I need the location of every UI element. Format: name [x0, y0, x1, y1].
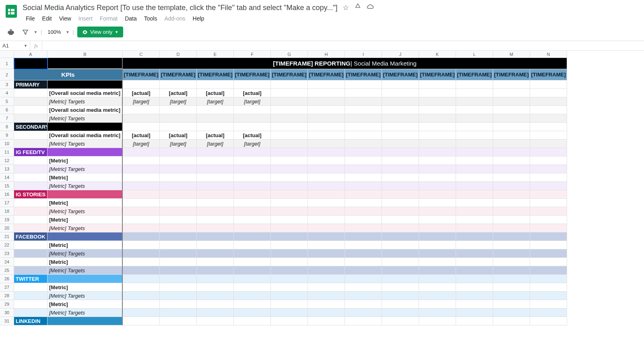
cell-F29[interactable] [234, 300, 271, 309]
cell-H15[interactable] [308, 182, 345, 190]
cell-I4[interactable] [345, 89, 382, 97]
cell-C22[interactable] [123, 241, 160, 249]
cell-G24[interactable] [271, 258, 308, 266]
cell-E13[interactable] [197, 165, 234, 173]
cell-I19[interactable] [345, 216, 382, 224]
cell-A28[interactable] [14, 292, 47, 300]
cell-E21[interactable] [197, 232, 234, 241]
cell-A5[interactable] [14, 97, 47, 106]
cell-G13[interactable] [271, 165, 308, 173]
section-secondary[interactable]: SECONDARY [14, 123, 47, 131]
cell-H12[interactable] [308, 156, 345, 165]
row-header-7[interactable]: 7 [0, 114, 14, 123]
cell-H21[interactable] [308, 232, 345, 241]
cell-I26[interactable] [345, 275, 382, 283]
cell-H3[interactable] [308, 80, 345, 89]
row-header-18[interactable]: 18 [0, 207, 14, 216]
row-header-3[interactable]: 3 [0, 80, 14, 89]
cell-J8[interactable] [382, 123, 419, 131]
cell-C19[interactable] [123, 216, 160, 224]
name-box[interactable]: A1 ▼ [0, 43, 30, 49]
filter-dropdown-caret-icon[interactable]: ▼ [34, 30, 37, 34]
cell-G3[interactable] [271, 80, 308, 89]
cell-G9[interactable] [271, 131, 308, 140]
cell-M9[interactable] [493, 131, 530, 140]
cell-I21[interactable] [345, 232, 382, 241]
row-header-21[interactable]: 21 [0, 232, 14, 241]
cell-M3[interactable] [493, 80, 530, 89]
cell-F21[interactable] [234, 232, 271, 241]
cell-N22[interactable] [530, 241, 567, 249]
menu-edit[interactable]: Edit [39, 14, 55, 23]
cell-B5[interactable]: [Metric] Targets [47, 97, 123, 106]
cell-L14[interactable] [456, 173, 493, 182]
cell-H6[interactable] [308, 106, 345, 114]
cell-L13[interactable] [456, 165, 493, 173]
cell-B12[interactable]: [Metric] [47, 156, 123, 165]
timeframe-header-K[interactable]: [TIMEFRAME] [419, 69, 456, 80]
cell-N8[interactable] [530, 123, 567, 131]
cell-J3[interactable] [382, 80, 419, 89]
col-header-N[interactable]: N [530, 51, 567, 58]
col-header-I[interactable]: I [345, 51, 382, 58]
row-header-19[interactable]: 19 [0, 216, 14, 224]
cell-C23[interactable] [123, 249, 160, 258]
row-header-25[interactable]: 25 [0, 266, 14, 275]
cell-D6[interactable] [160, 106, 197, 114]
cell-B29[interactable]: [Metric] [47, 300, 123, 309]
cell-M7[interactable] [493, 114, 530, 123]
cell-M18[interactable] [493, 207, 530, 216]
cell-C29[interactable] [123, 300, 160, 309]
cell-F22[interactable] [234, 241, 271, 249]
cell-F10[interactable]: [target] [234, 140, 271, 148]
grid-corner[interactable] [0, 51, 14, 58]
cell-K21[interactable] [419, 232, 456, 241]
cell-F11[interactable] [234, 148, 271, 156]
cell-M4[interactable] [493, 89, 530, 97]
cell-C28[interactable] [123, 292, 160, 300]
cell-A30[interactable] [14, 309, 47, 317]
cell-G28[interactable] [271, 292, 308, 300]
cell-D8[interactable] [160, 123, 197, 131]
cell-D9[interactable]: [actual] [160, 131, 197, 140]
cell-A7[interactable] [14, 114, 47, 123]
section-ig_stories[interactable]: IG STORIES [14, 190, 47, 199]
section-facebook-b[interactable] [47, 232, 123, 241]
cell-N19[interactable] [530, 216, 567, 224]
cell-C8[interactable] [123, 123, 160, 131]
cell-J13[interactable] [382, 165, 419, 173]
cell-M31[interactable] [493, 317, 530, 325]
cell-M13[interactable] [493, 165, 530, 173]
cell-H16[interactable] [308, 190, 345, 199]
cell-B25[interactable]: [Metric] Targets [47, 266, 123, 275]
cell-B27[interactable]: [Metric] [47, 283, 123, 292]
row-header-13[interactable]: 13 [0, 165, 14, 173]
cell-K20[interactable] [419, 224, 456, 232]
cell-K27[interactable] [419, 283, 456, 292]
cell-M6[interactable] [493, 106, 530, 114]
cell-M20[interactable] [493, 224, 530, 232]
cell-B9[interactable]: [Overall social media metric] [47, 131, 123, 140]
cell-J16[interactable] [382, 190, 419, 199]
cell-N4[interactable] [530, 89, 567, 97]
cell-G8[interactable] [271, 123, 308, 131]
cell-K17[interactable] [419, 199, 456, 207]
cell-B4[interactable]: [Overall social media metric] [47, 89, 123, 97]
cell-J12[interactable] [382, 156, 419, 165]
cell-N7[interactable] [530, 114, 567, 123]
cell-E18[interactable] [197, 207, 234, 216]
cell-F25[interactable] [234, 266, 271, 275]
cell-F14[interactable] [234, 173, 271, 182]
cell-F24[interactable] [234, 258, 271, 266]
cell-J28[interactable] [382, 292, 419, 300]
cell-J25[interactable] [382, 266, 419, 275]
cell-A9[interactable] [14, 131, 47, 140]
cell-I14[interactable] [345, 173, 382, 182]
cell-N10[interactable] [530, 140, 567, 148]
cell-C25[interactable] [123, 266, 160, 275]
cell-J20[interactable] [382, 224, 419, 232]
title-banner[interactable]: [TIMEFRAME] REPORTING | Social Media Mar… [123, 58, 567, 69]
cell-K18[interactable] [419, 207, 456, 216]
cell-D15[interactable] [160, 182, 197, 190]
cell-E26[interactable] [197, 275, 234, 283]
